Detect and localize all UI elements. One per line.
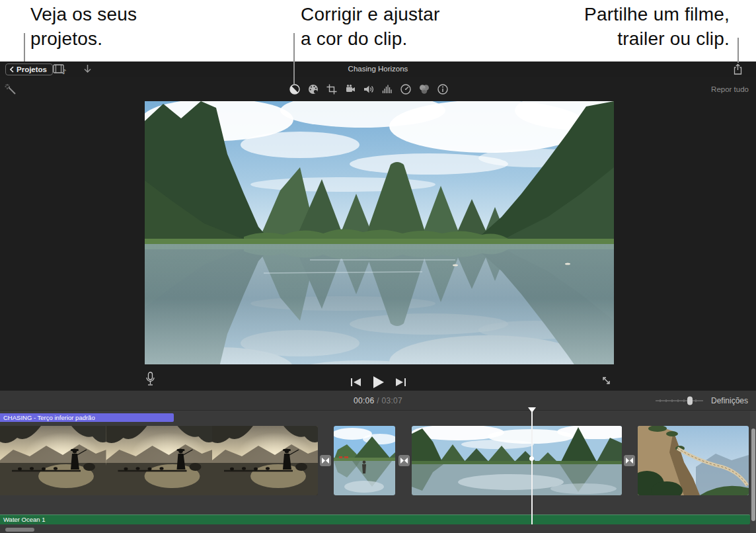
video-preview-image (145, 101, 614, 364)
magic-wand-icon[interactable] (5, 83, 17, 96)
timecode: 00:06 / 03:07 (0, 396, 756, 405)
title-clip[interactable]: CHASING - Terço inferior padrão (0, 413, 174, 422)
timecode-separator: / (377, 396, 379, 405)
clip-filter-icon[interactable] (418, 83, 430, 95)
playhead-handle-icon[interactable] (528, 407, 536, 413)
callout-line-color (293, 33, 295, 84)
timecode-total: 03:07 (381, 396, 402, 405)
transport-controls (0, 374, 756, 390)
top-toolbar: Projetos ♪ Chasing Horizons (0, 62, 756, 77)
viewer-pane: Repor tudo (0, 77, 756, 390)
callout-color-line2: a cor do clip. (301, 26, 440, 51)
timeline-clip-1[interactable] (0, 426, 318, 495)
callout-share: Partilhe um filme, trailer ou clip. (584, 2, 730, 51)
color-correction-icon[interactable] (307, 83, 319, 95)
share-icon[interactable] (733, 63, 743, 75)
transition-icon[interactable] (398, 455, 410, 466)
callout-share-line1: Partilhe um filme, (584, 2, 730, 26)
timecode-current: 00:06 (354, 396, 375, 405)
callout-share-line2: trailer ou clip. (584, 26, 730, 51)
noise-reduction-icon[interactable] (381, 83, 393, 95)
project-title: Chasing Horizons (0, 65, 756, 73)
callout-projects: Veja os seus projetos. (30, 2, 137, 51)
video-track (0, 426, 756, 495)
stabilization-icon[interactable] (344, 83, 356, 95)
skip-back-icon[interactable] (350, 377, 361, 388)
callout-projects-line1: Veja os seus (30, 2, 137, 26)
transition-icon[interactable] (320, 455, 331, 466)
timeline-zoom-slider[interactable] (655, 396, 704, 405)
callout-line-share (737, 38, 739, 63)
crop-icon[interactable] (326, 83, 338, 95)
timeline-clip-2[interactable] (334, 426, 395, 495)
timeline-clip-3[interactable] (412, 426, 622, 495)
timecode-strip: 00:06 / 03:07 Definições (0, 390, 756, 410)
adjustment-toolbar (289, 83, 449, 95)
settings-button[interactable]: Definições (711, 396, 748, 405)
speed-icon[interactable] (400, 83, 412, 95)
playhead[interactable] (531, 412, 533, 524)
video-preview (145, 101, 614, 364)
audio-clip[interactable]: Water Ocean 1 (0, 514, 750, 524)
horizontal-scrollbar[interactable] (5, 528, 34, 532)
callout-color: Corrigir e ajustar a cor do clip. (301, 2, 440, 51)
vertical-scrollbar[interactable] (751, 429, 755, 521)
volume-icon[interactable] (363, 83, 375, 95)
callout-projects-line2: projetos. (30, 26, 137, 51)
callout-color-line1: Corrigir e ajustar (301, 2, 440, 26)
transition-icon[interactable] (624, 455, 635, 466)
reset-all-button[interactable]: Repor tudo (711, 85, 749, 93)
info-icon[interactable] (437, 83, 449, 95)
timeline: CHASING - Terço inferior padrão (0, 410, 756, 533)
skip-forward-icon[interactable] (395, 377, 406, 388)
play-icon[interactable] (372, 376, 385, 389)
color-balance-icon[interactable] (289, 83, 301, 95)
callout-line-projects (24, 33, 25, 62)
timeline-clip-4[interactable] (638, 426, 749, 495)
zoom-slider-thumb[interactable] (687, 397, 693, 405)
fullscreen-icon[interactable] (601, 375, 612, 386)
playhead-dot (529, 456, 534, 461)
